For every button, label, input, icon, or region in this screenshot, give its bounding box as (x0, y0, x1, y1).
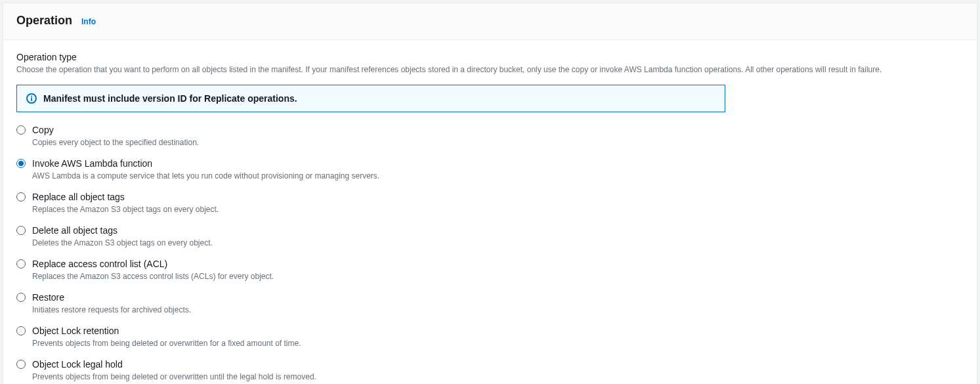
radio-content: Object Lock retentionPrevents objects fr… (32, 325, 301, 349)
info-alert: Manifest must include version ID for Rep… (16, 85, 725, 112)
section-label: Operation type (16, 52, 964, 62)
radio-input[interactable] (16, 125, 26, 135)
radio-option[interactable]: CopyCopies every object to the specified… (16, 124, 964, 148)
radio-description: Replaces the Amazon S3 access control li… (32, 271, 274, 282)
radio-option[interactable]: Invoke AWS Lambda functionAWS Lambda is … (16, 158, 964, 182)
radio-label: Object Lock legal hold (32, 358, 316, 370)
radio-description: Copies every object to the specified des… (32, 137, 199, 148)
radio-content: Replace access control list (ACL)Replace… (32, 258, 274, 282)
info-link[interactable]: Info (81, 17, 96, 26)
radio-input[interactable] (16, 293, 26, 302)
radio-label: Restore (32, 291, 191, 303)
panel-header: Operation Info (3, 3, 977, 40)
radio-option[interactable]: Delete all object tagsDeletes the Amazon… (16, 224, 964, 249)
radio-label: Invoke AWS Lambda function (32, 158, 379, 169)
alert-message: Manifest must include version ID for Rep… (43, 93, 297, 104)
radio-input[interactable] (16, 192, 26, 202)
radio-option[interactable]: Object Lock legal holdPrevents objects f… (16, 358, 964, 383)
radio-input[interactable] (16, 259, 26, 268)
operation-type-group: CopyCopies every object to the specified… (16, 124, 964, 384)
svg-point-1 (31, 96, 32, 97)
radio-description: Prevents objects from being deleted or o… (32, 372, 316, 383)
svg-rect-2 (31, 98, 32, 102)
panel-title: Operation (16, 14, 72, 28)
radio-content: Object Lock legal holdPrevents objects f… (32, 358, 316, 383)
radio-content: RestoreInitiates restore requests for ar… (32, 291, 191, 316)
radio-label: Delete all object tags (32, 224, 213, 236)
radio-option[interactable]: Replace access control list (ACL)Replace… (16, 258, 964, 282)
radio-label: Object Lock retention (32, 325, 301, 337)
radio-option[interactable]: Replace all object tagsReplaces the Amaz… (16, 191, 964, 215)
radio-description: AWS Lambda is a compute service that let… (32, 171, 379, 182)
radio-input[interactable] (16, 326, 26, 335)
radio-description: Replaces the Amazon S3 object tags on ev… (32, 204, 219, 215)
radio-input[interactable] (16, 159, 26, 168)
radio-description: Deletes the Amazon S3 object tags on eve… (32, 238, 213, 249)
info-icon (26, 93, 37, 104)
section-description: Choose the operation that you want to pe… (16, 64, 964, 75)
radio-content: CopyCopies every object to the specified… (32, 124, 199, 148)
radio-content: Delete all object tagsDeletes the Amazon… (32, 224, 213, 249)
radio-description: Prevents objects from being deleted or o… (32, 338, 301, 349)
operation-panel: Operation Info Operation type Choose the… (3, 3, 977, 384)
radio-description: Initiates restore requests for archived … (32, 305, 191, 316)
radio-label: Replace all object tags (32, 191, 219, 203)
radio-label: Replace access control list (ACL) (32, 258, 274, 270)
radio-option[interactable]: RestoreInitiates restore requests for ar… (16, 291, 964, 316)
radio-input[interactable] (16, 226, 26, 235)
panel-body: Operation type Choose the operation that… (3, 40, 977, 384)
radio-content: Invoke AWS Lambda functionAWS Lambda is … (32, 158, 379, 182)
radio-content: Replace all object tagsReplaces the Amaz… (32, 191, 219, 215)
radio-input[interactable] (16, 360, 26, 369)
radio-label: Copy (32, 124, 199, 136)
radio-option[interactable]: Object Lock retentionPrevents objects fr… (16, 325, 964, 349)
